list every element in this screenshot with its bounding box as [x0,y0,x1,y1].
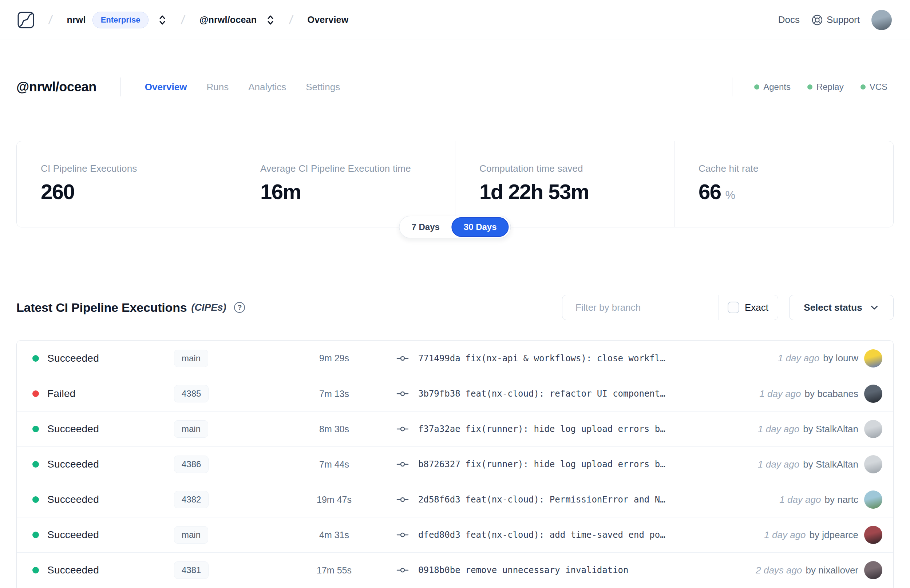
status-label: Succeeded [47,459,99,470]
green-status-dot [807,84,813,89]
period-7-days[interactable]: 7 Days [399,222,451,232]
indicator-replay[interactable]: Replay [807,82,844,92]
table-row[interactable]: Succeeded 4382 19m 47s 2d58f6d3feat(nx-c… [17,482,893,517]
time-ago: 1 day ago [764,530,805,541]
avatar [864,420,883,438]
workspace-title: @nrwl/ocean [16,79,97,95]
period-30-days[interactable]: 30 Days [452,217,509,237]
avatar [864,526,883,544]
author: by bcabanes [805,388,858,399]
status-label: Succeeded [47,423,99,435]
breadcrumb-separator: / [181,13,186,27]
author: by nixallover [805,565,858,576]
stat-card-executions: CI Pipeline Executions 260 [17,141,236,227]
green-status-dot [754,84,759,89]
commit-message[interactable]: f37a32aefix(runner): hide log upload err… [418,424,665,434]
org-switcher-icon[interactable] [158,15,167,26]
stat-card-time-saved: Computation time saved 1d 22h 53m [455,141,674,227]
docs-link[interactable]: Docs [778,14,800,26]
branch-badge[interactable]: 4385 [174,385,209,402]
tab-settings[interactable]: Settings [306,81,340,93]
branch-badge[interactable]: 4382 [174,491,209,508]
time-ago: 1 day ago [758,459,799,470]
help-icon[interactable]: ? [234,302,245,313]
duration: 17m 55s [289,565,380,576]
exact-checkbox[interactable] [727,302,739,313]
exact-label: Exact [745,302,768,313]
tab-overview[interactable]: Overview [145,81,187,93]
avatar [864,491,883,509]
top-navigation-bar: / nrwl Enterprise / @nrwl/ocean / Overvi… [0,0,910,40]
breadcrumb-separator: / [48,13,53,27]
status-dot [32,567,39,573]
status-label: Succeeded [47,564,99,576]
branch-badge[interactable]: main [174,420,208,438]
enterprise-badge: Enterprise [92,11,149,28]
table-row[interactable]: Failed 4385 7m 13s 3b79fb38feat(nx-cloud… [17,376,893,411]
breadcrumb-separator: / [288,13,294,27]
table-row[interactable]: Succeeded 4386 7m 44s b8726327fix(runner… [17,446,893,482]
branch-badge[interactable]: main [174,526,208,544]
git-commit-icon [396,530,409,540]
status-dot [32,355,39,362]
cipe-table: Succeeded main 9m 29s 771499dafix(nx-api… [16,340,894,588]
breadcrumb-page: Overview [307,15,349,25]
breadcrumb-workspace[interactable]: @nrwl/ocean [199,15,257,25]
indicator-vcs[interactable]: VCS [860,82,887,92]
duration: 7m 44s [289,459,380,470]
workspace-header: @nrwl/ocean Overview Runs Analytics Sett… [0,76,910,98]
support-link[interactable]: Support [811,14,860,26]
author: by lourw [823,352,858,364]
author: by StalkAltan [803,423,858,435]
stat-cards: CI Pipeline Executions 260 Average CI Pi… [16,141,894,228]
status-dot [32,496,39,503]
stat-card-avg-time: Average CI Pipeline Execution time 16m [236,141,455,227]
table-row[interactable]: Succeeded 4381 17m 55s 0918b0beremove un… [17,552,893,588]
nx-cloud-logo-icon[interactable] [18,11,34,28]
tab-runs[interactable]: Runs [207,81,229,93]
branch-badge[interactable]: main [174,350,208,367]
branch-badge[interactable]: 4381 [174,561,209,579]
commit-message[interactable]: 771499dafix(nx-api & workflows): close w… [418,353,665,363]
workspace-switcher-icon[interactable] [266,15,275,26]
breadcrumb-org[interactable]: nrwl [66,15,86,25]
avatar [864,455,883,473]
nx-cloud-dashboard: / nrwl Enterprise / @nrwl/ocean / Overvi… [0,0,910,588]
git-commit-icon [396,565,409,575]
status-select-dropdown[interactable]: Select status [789,295,894,320]
duration: 7m 13s [289,389,380,399]
status-dot [32,461,39,468]
branch-filter-group: Exact [562,295,778,320]
indicator-agents[interactable]: Agents [754,82,790,92]
commit-message[interactable]: 3b79fb38feat(nx-cloud): refactor UI comp… [418,389,665,399]
time-ago: 2 days ago [756,565,802,576]
status-label: Succeeded [47,494,99,506]
table-row[interactable]: Succeeded main 8m 30s f37a32aefix(runner… [17,411,893,446]
commit-message[interactable]: b8726327fix(runner): hide log upload err… [418,459,665,469]
duration: 19m 47s [289,494,380,505]
time-ago: 1 day ago [758,423,799,435]
chevron-down-icon [870,303,879,312]
time-ago: 1 day ago [759,388,801,399]
status-dot [32,426,39,432]
period-toggle: 7 Days 30 Days [399,216,511,238]
lifebuoy-icon [811,14,823,26]
git-commit-icon [396,495,409,504]
commit-message[interactable]: 0918b0beremove unnecessary invalidation [418,565,629,575]
avatar [864,561,883,579]
user-avatar[interactable] [871,10,892,30]
section-title: Latest CI Pipeline Executions [16,300,187,315]
tab-analytics[interactable]: Analytics [248,81,286,93]
commit-message[interactable]: dfed80d3feat(nx-cloud): add time-saved e… [418,530,665,540]
commit-message[interactable]: 2d58f6d3feat(nx-cloud): PermissionError … [418,494,665,505]
author: by nartc [825,494,859,506]
branch-filter-input[interactable] [562,295,719,320]
table-row[interactable]: Succeeded main 9m 29s 771499dafix(nx-api… [17,341,893,376]
author: by jdpearce [810,530,858,541]
branch-badge[interactable]: 4386 [174,456,209,473]
git-commit-icon [396,460,409,469]
status-label: Succeeded [47,352,99,364]
avatar [864,384,883,403]
stat-card-cache-hit: Cache hit rate 66% [674,141,893,227]
table-row[interactable]: Succeeded main 4m 31s dfed80d3feat(nx-cl… [17,517,893,552]
